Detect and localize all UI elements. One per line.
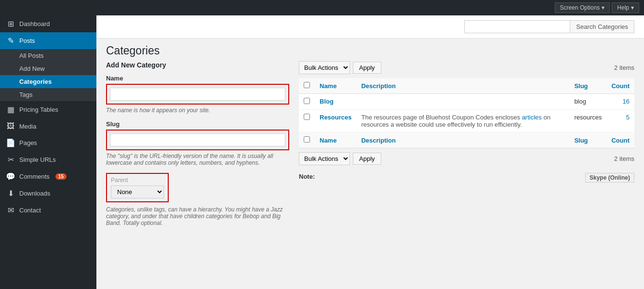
sidebar-item-pricing-tables[interactable]: ▦ Pricing Tables (0, 101, 96, 118)
bottom-bulk-actions-select[interactable]: Bulk Actions (299, 152, 350, 165)
row-description: The resources page of Bluehost Coupon Co… (361, 114, 550, 128)
slug-input-outlined (106, 130, 289, 150)
posts-icon: ✎ (6, 36, 15, 45)
categories-table-wrap: Bulk Actions Apply 2 items (299, 61, 634, 233)
sidebar-item-add-new[interactable]: Add New (0, 62, 96, 75)
table-row: Blog blog 16 (299, 94, 634, 110)
top-items-count: 2 items (614, 64, 634, 71)
sidebar: ⊞ Dashboard ✎ Posts All Posts Add New Ca… (0, 15, 96, 289)
sidebar-item-simple-urls[interactable]: ✂ Simple URLs (0, 151, 96, 168)
help-button[interactable]: Help ▾ (612, 2, 639, 13)
chevron-down-icon: ▾ (602, 4, 604, 11)
table-row: Resources The resources page of Bluehost… (299, 110, 634, 132)
th-checkbox-bottom (299, 132, 315, 148)
row-count-cell: 16 (606, 94, 634, 110)
sidebar-item-label: Contact (19, 207, 41, 214)
slug-input[interactable] (110, 133, 285, 146)
bottom-apply-button[interactable]: Apply (353, 153, 381, 165)
form-title: Add New Category (106, 61, 289, 69)
parent-outlined: Parent None (106, 173, 169, 202)
sidebar-item-label: Posts (19, 37, 35, 44)
parent-description: Categories, unlike tags, can have a hier… (106, 206, 289, 226)
sidebar-item-all-posts[interactable]: All Posts (0, 49, 96, 62)
screen-options-button[interactable]: Screen Options ▾ (555, 2, 610, 13)
column-count-label: Count (611, 82, 630, 90)
column-slug-label: Slug (574, 82, 588, 90)
th-description-bottom: Description (356, 132, 569, 148)
add-category-form: Add New Category Name The name is how it… (106, 61, 289, 233)
comments-badge: 15 (55, 173, 67, 180)
name-input[interactable] (110, 88, 285, 101)
th-name-bottom: Name (315, 132, 356, 148)
row-slug-cell: resources (569, 110, 606, 132)
note-bar: Note: Skype (Online) (299, 169, 634, 182)
bottom-bulk-bar: Bulk Actions Apply 2 items (299, 152, 634, 165)
bottom-bulk-left: Bulk Actions Apply (299, 152, 381, 165)
slug-field-wrap: Slug The "slug" is the URL-friendly vers… (106, 120, 289, 166)
sidebar-item-posts[interactable]: ✎ Posts (0, 32, 96, 49)
th-count: Count (606, 78, 634, 94)
th-count-bottom: Count (606, 132, 634, 148)
name-label: Name (106, 75, 289, 82)
th-checkbox (299, 78, 315, 94)
pricing-tables-icon: ▦ (6, 105, 15, 114)
sidebar-item-categories[interactable]: Categories (0, 75, 96, 88)
top-apply-button[interactable]: Apply (353, 62, 381, 74)
row-name-cell: Resources (315, 110, 356, 132)
table-footer-columns-row: Name Description Slug Count (299, 132, 634, 148)
column-name-label: Name (320, 82, 336, 90)
top-bulk-actions-select[interactable]: Bulk Actions (299, 61, 350, 74)
top-bar: Screen Options ▾ Help ▾ (0, 0, 644, 15)
sidebar-item-tags[interactable]: Tags (0, 88, 96, 101)
note-label: Note: (299, 173, 315, 180)
slug-description: The "slug" is the URL-friendly version o… (106, 153, 289, 166)
categories-table: Name Description Slug Count (299, 78, 634, 148)
th-slug: Slug (569, 78, 606, 94)
chevron-down-icon: ▾ (631, 4, 634, 11)
column-slug-bottom-label: Slug (574, 137, 588, 144)
bottom-items-count: 2 items (614, 155, 634, 162)
skype-badge: Skype (Online) (585, 173, 634, 183)
posts-submenu: All Posts Add New Categories Tags (0, 49, 96, 101)
parent-legend: Parent (111, 177, 164, 184)
desc-link[interactable]: articles (522, 114, 542, 121)
row-checkbox-cell (299, 94, 315, 110)
sidebar-item-label: All Posts (19, 52, 44, 59)
sidebar-item-pages[interactable]: 📄 Pages (0, 134, 96, 151)
name-field-wrap: Name The name is how it appears on your … (106, 75, 289, 114)
row-name-cell: Blog (315, 94, 356, 110)
category-name-link[interactable]: Blog (320, 98, 334, 105)
downloads-icon: ⬇ (6, 189, 15, 198)
row-slug: resources (574, 114, 602, 121)
comments-icon: 💬 (6, 172, 15, 181)
column-name-bottom-label: Name (320, 137, 336, 144)
row-count: 16 (623, 98, 630, 105)
sidebar-item-label: Simple URLs (19, 156, 56, 163)
parent-field-wrap: Parent None Categories, unlike tags, can… (106, 173, 289, 226)
screen-options-label: Screen Options (560, 4, 600, 11)
sidebar-item-dashboard[interactable]: ⊞ Dashboard (0, 15, 96, 32)
sidebar-item-contact[interactable]: ✉ Contact (0, 202, 96, 219)
sidebar-item-downloads[interactable]: ⬇ Downloads (0, 185, 96, 202)
top-bulk-bar: Bulk Actions Apply 2 items (299, 61, 634, 74)
top-apply-label: Apply (359, 64, 375, 71)
row-checkbox[interactable] (304, 114, 310, 120)
search-categories-input[interactable] (464, 20, 570, 33)
row-checkbox[interactable] (304, 98, 310, 104)
sidebar-item-label: Add New (19, 65, 45, 72)
contact-icon: ✉ (6, 206, 15, 215)
help-label: Help (617, 4, 629, 11)
select-all-checkbox[interactable] (304, 82, 310, 88)
simple-urls-icon: ✂ (6, 155, 15, 164)
parent-select[interactable]: None (111, 185, 164, 198)
sidebar-item-media[interactable]: 🖼 Media (0, 118, 96, 134)
sidebar-item-label: Comments (19, 173, 50, 180)
column-count-bottom-label: Count (611, 137, 630, 144)
select-all-bottom-checkbox[interactable] (304, 136, 310, 143)
search-categories-button[interactable]: Search Categories (570, 20, 634, 33)
sidebar-item-label: Media (19, 123, 36, 130)
row-description-cell (356, 94, 569, 110)
category-name-link[interactable]: Resources (320, 114, 351, 121)
sidebar-item-comments[interactable]: 💬 Comments 15 (0, 168, 96, 185)
main-content: Search Categories Categories Add New Cat… (96, 15, 644, 289)
